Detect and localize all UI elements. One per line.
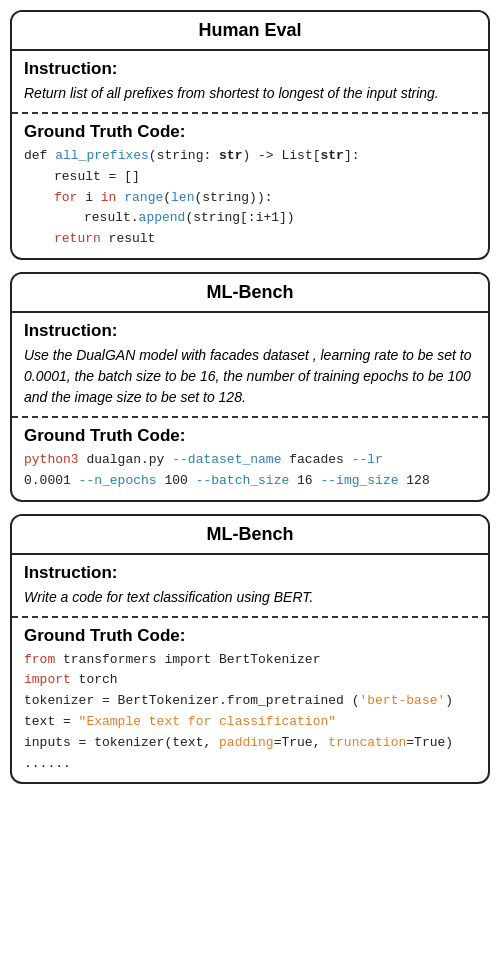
gt-section-3: Ground Truth Code: from transformers imp… <box>12 618 488 783</box>
card-ml-bench-1: ML-Bench Instruction: Use the DualGAN mo… <box>10 272 490 502</box>
instruction-section-1: Instruction: Return list of all prefixes… <box>12 51 488 112</box>
card-header-human-eval: Human Eval <box>12 12 488 51</box>
instruction-section-2: Instruction: Use the DualGAN model with … <box>12 313 488 416</box>
instruction-title-1: Instruction: <box>24 59 476 79</box>
card-human-eval: Human Eval Instruction: Return list of a… <box>10 10 490 260</box>
gt-title-3: Ground Truth Code: <box>24 626 476 646</box>
gt-title-2: Ground Truth Code: <box>24 426 476 446</box>
card-header-ml-bench-1: ML-Bench <box>12 274 488 313</box>
instruction-section-3: Instruction: Write a code for text class… <box>12 555 488 616</box>
instruction-title-3: Instruction: <box>24 563 476 583</box>
gt-title-1: Ground Truth Code: <box>24 122 476 142</box>
card-ml-bench-2: ML-Bench Instruction: Write a code for t… <box>10 514 490 785</box>
code-block-2: python3 dualgan.py --dataset_name facade… <box>24 450 476 492</box>
code-block-3: from transformers import BertTokenizer i… <box>24 650 476 775</box>
instruction-text-3: Write a code for text classification usi… <box>24 587 476 608</box>
instruction-text-1: Return list of all prefixes from shortes… <box>24 83 476 104</box>
instruction-text-2: Use the DualGAN model with facades datas… <box>24 345 476 408</box>
instruction-title-2: Instruction: <box>24 321 476 341</box>
card-header-ml-bench-2: ML-Bench <box>12 516 488 555</box>
code-block-1: def all_prefixes(string: str) -> List[st… <box>24 146 476 250</box>
gt-section-1: Ground Truth Code: def all_prefixes(stri… <box>12 114 488 258</box>
gt-section-2: Ground Truth Code: python3 dualgan.py --… <box>12 418 488 500</box>
